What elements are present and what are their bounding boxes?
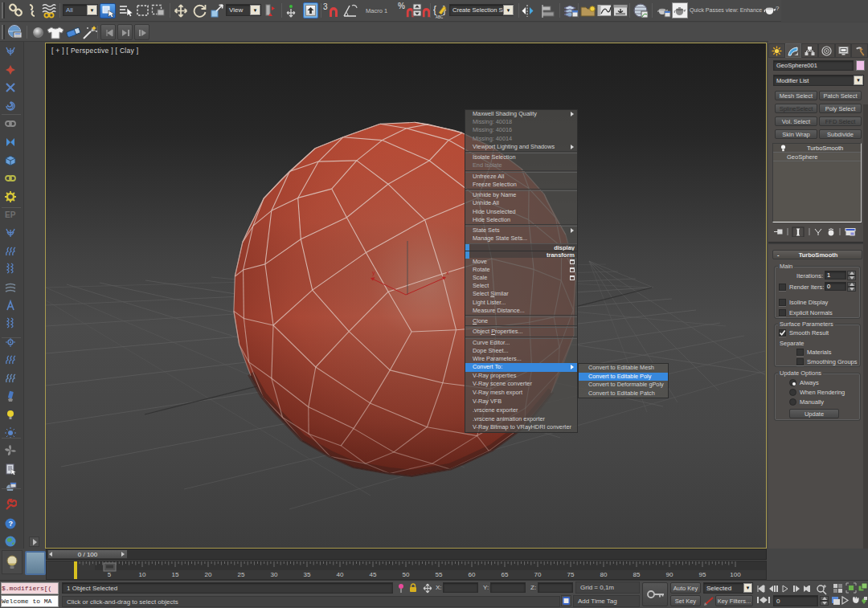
svg-text:75: 75 <box>567 571 575 578</box>
svg-text:60: 60 <box>469 571 476 578</box>
svg-text:65: 65 <box>502 571 509 578</box>
svg-text:ABC: ABC <box>436 15 444 19</box>
svg-text:100: 100 <box>730 571 741 578</box>
svg-text:30: 30 <box>271 571 278 578</box>
svg-text:x: x <box>446 270 449 275</box>
svg-text:?: ? <box>776 5 780 12</box>
svg-text:5: 5 <box>108 571 112 578</box>
svg-text:20: 20 <box>205 571 212 578</box>
svg-text:EP: EP <box>5 210 16 219</box>
svg-text:{: { <box>433 4 436 15</box>
svg-text:70: 70 <box>534 571 542 578</box>
svg-text:80: 80 <box>600 571 608 578</box>
svg-text:90: 90 <box>666 571 674 578</box>
svg-text:y: y <box>372 270 375 276</box>
svg-text:95: 95 <box>699 571 706 578</box>
svg-text:50: 50 <box>403 571 410 578</box>
svg-text:40: 40 <box>337 571 344 578</box>
svg-text:55: 55 <box>436 571 443 578</box>
svg-text:25: 25 <box>238 571 245 578</box>
svg-text:?: ? <box>9 520 14 528</box>
svg-text:10: 10 <box>139 571 146 578</box>
svg-text:*: * <box>31 10 34 14</box>
svg-text:45: 45 <box>370 571 377 578</box>
svg-text:85: 85 <box>633 571 641 578</box>
svg-text:35: 35 <box>304 571 311 578</box>
svg-text:15: 15 <box>172 571 179 578</box>
